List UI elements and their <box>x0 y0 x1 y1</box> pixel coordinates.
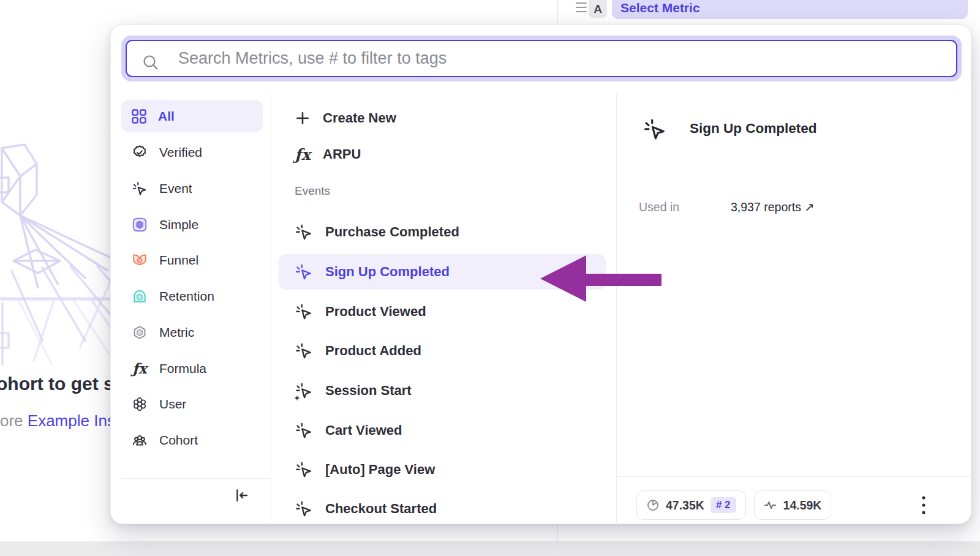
sidebar-item-funnel[interactable]: Funnel <box>121 244 263 276</box>
session-start-icon <box>295 381 313 400</box>
list-item-product-added[interactable]: Product Added <box>295 339 421 363</box>
cohort-people-icon <box>132 432 148 448</box>
empty-state-title-fragment: ohort to get s <box>0 374 114 394</box>
event-cursor-icon <box>295 421 313 440</box>
subtitle-prefix-fragment: ore <box>0 411 23 430</box>
example-insights-link[interactable]: Example Ins <box>28 411 115 430</box>
verified-badge-icon <box>132 145 148 160</box>
list-item-label: ARPU <box>323 146 361 162</box>
funnel-icon <box>132 252 148 268</box>
user-cluster-icon <box>132 396 148 412</box>
event-cursor-icon <box>295 342 313 360</box>
list-item-cart-viewed[interactable]: Cart Viewed <box>295 418 402 443</box>
event-cursor-icon <box>295 223 313 241</box>
sidebar-item-formula[interactable]: ƒx Formula <box>121 352 263 385</box>
sidebar-item-all[interactable]: All <box>121 100 263 132</box>
list-item-label: Product Added <box>325 343 421 359</box>
empty-state-subtitle: ore Example Ins <box>0 411 115 430</box>
event-cursor-icon <box>643 117 667 141</box>
plus-icon <box>295 110 311 126</box>
sidebar-item-label: Cohort <box>159 433 198 448</box>
list-item-label: [Auto] Page View <box>325 462 435 478</box>
sidebar-item-label: Event <box>159 181 192 196</box>
grid-icon <box>132 109 146 124</box>
rank-badge: # 2 <box>710 497 736 513</box>
decorative-wireframe-art <box>0 140 120 367</box>
simple-metric-icon <box>132 217 148 233</box>
stat-value: 14.59K <box>783 498 822 513</box>
select-metric-button[interactable]: Select Metric <box>612 0 968 19</box>
activity-stat[interactable]: 14.59K <box>754 490 832 520</box>
create-new-label: Create New <box>323 110 396 126</box>
metric-picker-modal: All Verified Event Simple Funnel Retenti… <box>110 24 971 524</box>
events-section-header: Events <box>295 184 330 198</box>
kebab-icon <box>921 494 926 517</box>
select-metric-label: Select Metric <box>620 1 700 15</box>
create-new-button[interactable]: Create New <box>295 106 396 130</box>
event-cursor-icon <box>295 460 313 479</box>
event-cursor-icon <box>295 500 313 518</box>
sidebar-item-user[interactable]: User <box>121 388 263 420</box>
star-icon <box>294 395 300 401</box>
sidebar-item-metric[interactable]: Metric <box>121 316 263 348</box>
list-item-label: Purchase Completed <box>325 224 459 240</box>
pie-chart-icon <box>646 498 660 512</box>
list-item-checkout-started[interactable]: Checkout Started <box>295 497 437 521</box>
event-cursor-icon <box>132 181 148 197</box>
list-item-label: Product Viewed <box>325 304 426 320</box>
sidebar-item-cohort[interactable]: Cohort <box>121 424 263 456</box>
more-options-button[interactable] <box>914 492 933 519</box>
page-bottom-band <box>0 541 980 556</box>
query-row-badge: A <box>589 0 607 18</box>
sidebar-item-label: Funnel <box>159 253 198 268</box>
detail-stats-row: 47.35K # 2 14.59K <box>636 490 831 520</box>
collapse-left-icon <box>234 487 250 503</box>
sidebar-item-label: Formula <box>159 361 206 376</box>
sidebar-item-label: All <box>158 109 175 124</box>
list-item-label: Sign Up Completed <box>325 264 450 280</box>
metric-hexagon-icon <box>132 325 148 340</box>
formula-fx-icon: ƒx <box>295 146 311 163</box>
list-item-purchase-completed[interactable]: Purchase Completed <box>295 220 459 244</box>
stat-value: 47.35K <box>666 498 704 513</box>
report-count-stat[interactable]: 47.35K # 2 <box>636 490 746 520</box>
used-in-reports-link[interactable]: 3,937 reports ↗ <box>731 200 815 214</box>
drag-handle-icon[interactable] <box>575 1 589 14</box>
sidebar-divider <box>271 94 271 525</box>
event-cursor-icon <box>295 263 313 281</box>
sidebar-item-simple[interactable]: Simple <box>121 208 263 241</box>
details-footer-divider <box>616 476 972 477</box>
list-item-arpu[interactable]: ƒx ARPU <box>295 142 361 167</box>
sidebar-item-label: Metric <box>159 325 194 340</box>
event-cursor-icon <box>295 302 313 321</box>
list-item-sign-up-completed[interactable]: Sign Up Completed <box>295 260 450 284</box>
details-divider <box>616 94 617 525</box>
retention-icon <box>132 288 148 304</box>
list-item-product-viewed[interactable]: Product Viewed <box>295 299 426 324</box>
list-item-auto-page-view[interactable]: [Auto] Page View <box>295 457 435 482</box>
sidebar-item-label: Retention <box>159 289 214 304</box>
sidebar-item-retention[interactable]: Retention <box>121 280 263 312</box>
sidebar-footer-divider <box>121 478 271 479</box>
collapse-sidebar-button[interactable] <box>231 484 253 506</box>
list-item-session-start[interactable]: Session Start <box>295 378 412 403</box>
search-input[interactable] <box>126 40 957 77</box>
detail-title: Sign Up Completed <box>690 121 817 137</box>
list-item-label: Cart Viewed <box>325 423 402 438</box>
used-in-label: Used in <box>639 200 679 214</box>
sidebar-item-label: User <box>159 397 186 411</box>
sidebar-item-event[interactable]: Event <box>121 172 263 205</box>
list-item-label: Session Start <box>325 383 412 399</box>
sidebar-item-label: Verified <box>159 145 202 160</box>
list-item-label: Checkout Started <box>325 501 437 517</box>
sidebar-item-label: Simple <box>159 217 198 232</box>
sidebar-item-verified[interactable]: Verified <box>121 136 263 168</box>
search-field-focus-ring <box>121 36 962 81</box>
formula-fx-icon: ƒx <box>132 360 148 377</box>
pulse-icon <box>764 498 777 512</box>
